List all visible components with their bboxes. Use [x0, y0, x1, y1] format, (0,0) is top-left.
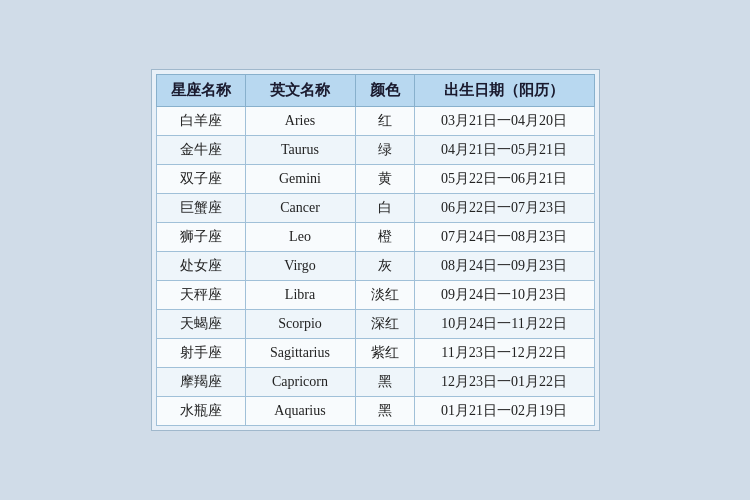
cell-date: 08月24日一09月23日	[414, 252, 594, 281]
cell-chinese: 金牛座	[156, 136, 245, 165]
table-row: 白羊座Aries红03月21日一04月20日	[156, 107, 594, 136]
cell-english: Gemini	[245, 165, 355, 194]
table-row: 水瓶座Aquarius黑01月21日一02月19日	[156, 397, 594, 426]
cell-color: 橙	[355, 223, 414, 252]
table-row: 天蝎座Scorpio深红10月24日一11月22日	[156, 310, 594, 339]
cell-chinese: 巨蟹座	[156, 194, 245, 223]
cell-date: 04月21日一05月21日	[414, 136, 594, 165]
table-row: 天秤座Libra淡红09月24日一10月23日	[156, 281, 594, 310]
cell-date: 03月21日一04月20日	[414, 107, 594, 136]
cell-date: 11月23日一12月22日	[414, 339, 594, 368]
cell-chinese: 摩羯座	[156, 368, 245, 397]
cell-color: 黑	[355, 397, 414, 426]
cell-chinese: 白羊座	[156, 107, 245, 136]
table-row: 巨蟹座Cancer白06月22日一07月23日	[156, 194, 594, 223]
cell-english: Aquarius	[245, 397, 355, 426]
cell-color: 紫红	[355, 339, 414, 368]
cell-english: Aries	[245, 107, 355, 136]
cell-chinese: 水瓶座	[156, 397, 245, 426]
cell-english: Cancer	[245, 194, 355, 223]
cell-english: Sagittarius	[245, 339, 355, 368]
header-english: 英文名称	[245, 75, 355, 107]
cell-english: Capricorn	[245, 368, 355, 397]
cell-date: 09月24日一10月23日	[414, 281, 594, 310]
cell-date: 10月24日一11月22日	[414, 310, 594, 339]
cell-chinese: 双子座	[156, 165, 245, 194]
cell-english: Leo	[245, 223, 355, 252]
cell-color: 红	[355, 107, 414, 136]
cell-color: 淡红	[355, 281, 414, 310]
table-header-row: 星座名称 英文名称 颜色 出生日期（阳历）	[156, 75, 594, 107]
zodiac-table-container: 星座名称 英文名称 颜色 出生日期（阳历） 白羊座Aries红03月21日一04…	[151, 69, 600, 431]
cell-chinese: 天秤座	[156, 281, 245, 310]
cell-color: 深红	[355, 310, 414, 339]
header-color: 颜色	[355, 75, 414, 107]
table-body: 白羊座Aries红03月21日一04月20日金牛座Taurus绿04月21日一0…	[156, 107, 594, 426]
cell-color: 白	[355, 194, 414, 223]
cell-chinese: 射手座	[156, 339, 245, 368]
cell-color: 灰	[355, 252, 414, 281]
cell-english: Libra	[245, 281, 355, 310]
table-row: 金牛座Taurus绿04月21日一05月21日	[156, 136, 594, 165]
cell-color: 绿	[355, 136, 414, 165]
header-chinese: 星座名称	[156, 75, 245, 107]
cell-date: 12月23日一01月22日	[414, 368, 594, 397]
table-row: 处女座Virgo灰08月24日一09月23日	[156, 252, 594, 281]
zodiac-table: 星座名称 英文名称 颜色 出生日期（阳历） 白羊座Aries红03月21日一04…	[156, 74, 595, 426]
table-row: 双子座Gemini黄05月22日一06月21日	[156, 165, 594, 194]
cell-date: 01月21日一02月19日	[414, 397, 594, 426]
cell-date: 07月24日一08月23日	[414, 223, 594, 252]
header-date: 出生日期（阳历）	[414, 75, 594, 107]
cell-english: Taurus	[245, 136, 355, 165]
cell-color: 黄	[355, 165, 414, 194]
cell-chinese: 处女座	[156, 252, 245, 281]
cell-chinese: 狮子座	[156, 223, 245, 252]
table-row: 狮子座Leo橙07月24日一08月23日	[156, 223, 594, 252]
cell-english: Virgo	[245, 252, 355, 281]
cell-color: 黑	[355, 368, 414, 397]
cell-date: 05月22日一06月21日	[414, 165, 594, 194]
table-row: 射手座Sagittarius紫红11月23日一12月22日	[156, 339, 594, 368]
cell-chinese: 天蝎座	[156, 310, 245, 339]
table-row: 摩羯座Capricorn黑12月23日一01月22日	[156, 368, 594, 397]
cell-english: Scorpio	[245, 310, 355, 339]
cell-date: 06月22日一07月23日	[414, 194, 594, 223]
